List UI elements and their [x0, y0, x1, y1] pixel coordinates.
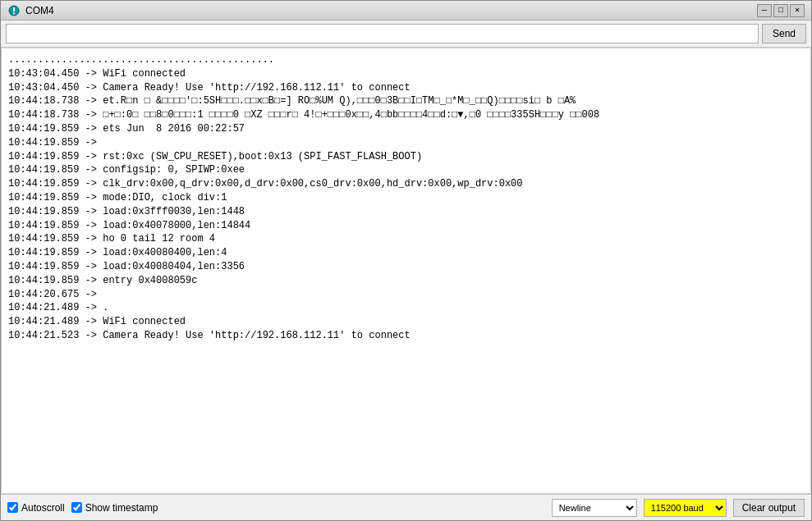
- svg-rect-1: [13, 7, 15, 11]
- title-bar-controls: — □ ✕: [757, 4, 805, 17]
- toolbar: Send: [1, 21, 811, 48]
- output-area: ........................................…: [1, 48, 811, 494]
- minimize-button[interactable]: —: [757, 4, 772, 17]
- show-timestamp-text: Show timestamp: [85, 502, 158, 514]
- send-input[interactable]: [6, 24, 759, 43]
- send-button[interactable]: Send: [762, 24, 806, 43]
- show-timestamp-label[interactable]: Show timestamp: [71, 502, 158, 514]
- svg-rect-2: [13, 12, 15, 14]
- show-timestamp-checkbox[interactable]: [71, 502, 82, 513]
- app-icon: [7, 4, 21, 17]
- main-window: COM4 — □ ✕ Send ........................…: [0, 0, 812, 521]
- window-title: COM4: [25, 5, 757, 16]
- title-bar: COM4 — □ ✕: [1, 1, 811, 21]
- output-text: ........................................…: [8, 53, 804, 343]
- autoscroll-text: Autoscroll: [21, 502, 65, 514]
- status-bar: Autoscroll Show timestamp No line ending…: [1, 494, 811, 520]
- autoscroll-checkbox[interactable]: [7, 502, 18, 513]
- close-button[interactable]: ✕: [790, 4, 805, 17]
- autoscroll-label[interactable]: Autoscroll: [7, 502, 65, 514]
- baud-select[interactable]: 300 baud 1200 baud 2400 baud 4800 baud 9…: [644, 499, 727, 517]
- maximize-button[interactable]: □: [773, 4, 788, 17]
- newline-select[interactable]: No line ending Newline Carriage return B…: [552, 499, 637, 517]
- clear-output-button[interactable]: Clear output: [733, 499, 805, 517]
- output-content[interactable]: ........................................…: [2, 48, 810, 493]
